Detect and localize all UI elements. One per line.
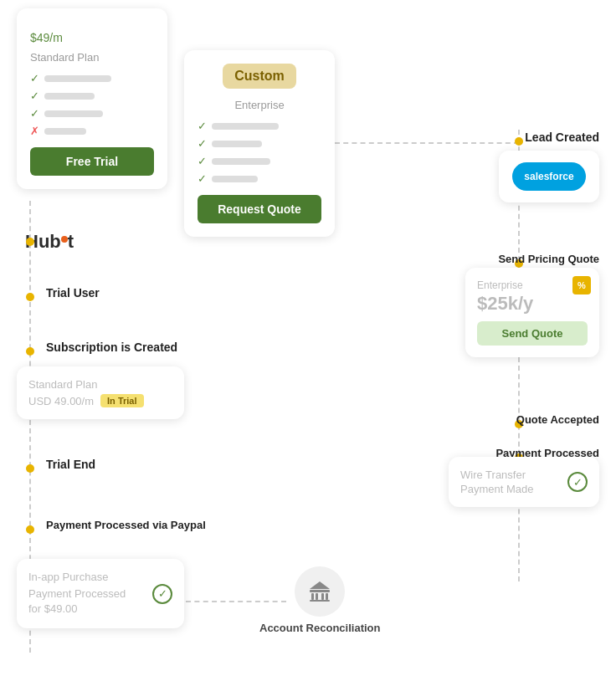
hubspot-dot-icon (61, 236, 68, 243)
cross-icon-1: ✗ (30, 125, 39, 137)
hubspot-text-2: t (68, 231, 74, 253)
wire-transfer-label: Wire Transfer (460, 469, 533, 481)
dot-lead-created (515, 137, 523, 146)
ent-check-3: ✓ (198, 155, 207, 167)
wire-labels: Wire Transfer Payment Made (460, 469, 533, 495)
dot-hubspot (26, 238, 34, 246)
feature-line-1 (44, 75, 111, 82)
dot-paypal (26, 525, 34, 534)
recon-label: Account Reconciliation (259, 622, 380, 634)
send-quote-button[interactable]: Send Quote (477, 321, 588, 346)
check-icon-2: ✓ (30, 90, 39, 102)
salesforce-card: salesforce (499, 151, 599, 202)
ent-feature-4: ✓ (198, 172, 321, 185)
feature-line-2 (44, 93, 95, 100)
dot-trial-end (26, 464, 34, 473)
svg-rect-3 (321, 593, 324, 600)
ent-feature-2: ✓ (198, 137, 321, 150)
inapp-check-icon: ✓ (152, 584, 172, 604)
ent-feature-line-2 (212, 141, 262, 147)
payment-processed-card: Wire Transfer Payment Made ✓ (449, 457, 599, 507)
payment-check-icon: ✓ (567, 472, 588, 492)
ent-feature-1: ✓ (198, 120, 321, 132)
svg-rect-1 (311, 593, 314, 600)
feature-1: ✓ (30, 72, 154, 84)
svg-rect-5 (310, 600, 330, 602)
lead-created-label: Lead Created (525, 131, 599, 144)
inapp-row: In-app Purchase Payment Processedfor $49… (28, 571, 172, 617)
ent-feature-line-4 (212, 176, 258, 182)
ent-check-1: ✓ (198, 120, 207, 132)
feature-4: ✗ (30, 125, 154, 137)
enterprise-plan-card: Custom Enterprise ✓ ✓ ✓ ✓ Request Quote (184, 50, 335, 237)
check-icon-1: ✓ (30, 72, 39, 84)
pricing-quote-card: % Enterprise $25k/y Send Quote (465, 268, 599, 357)
inapp-detail: Payment Processedfor $49.00 (28, 586, 126, 617)
dot-subscription (26, 347, 34, 356)
inapp-title: In-app Purchase (28, 571, 126, 583)
feature-line-3 (44, 110, 103, 117)
standard-features: ✓ ✓ ✓ ✗ (30, 72, 154, 137)
percent-badge: % (572, 276, 591, 294)
feature-3: ✓ (30, 107, 154, 120)
ent-check-2: ✓ (198, 137, 207, 150)
standard-plan-card: $49/m Standard Plan ✓ ✓ ✓ ✗ Free Trial (17, 8, 167, 189)
svg-rect-0 (310, 590, 330, 592)
custom-badge: Custom (223, 64, 296, 89)
feature-line-4 (44, 128, 86, 135)
quote-price: $25k/y (477, 293, 588, 315)
ent-feature-3: ✓ (198, 155, 321, 167)
enterprise-features: ✓ ✓ ✓ ✓ (198, 120, 321, 185)
svg-rect-4 (326, 593, 328, 600)
bank-icon (306, 578, 333, 605)
wire-row: Wire Transfer Payment Made ✓ (460, 469, 588, 495)
standard-plan-name: Standard Plan (30, 51, 154, 64)
standard-price: $49/m (30, 22, 154, 48)
request-quote-button[interactable]: Request Quote (198, 195, 321, 223)
feature-2: ✓ (30, 90, 154, 102)
svg-rect-2 (316, 593, 318, 600)
trial-end-label: Trial End (46, 458, 95, 471)
inapp-card: In-app Purchase Payment Processedfor $49… (17, 559, 184, 628)
inapp-content: In-app Purchase Payment Processedfor $49… (28, 571, 126, 617)
main-container: $49/m Standard Plan ✓ ✓ ✓ ✗ Free Trial C… (0, 0, 616, 676)
ent-feature-line-1 (212, 123, 279, 130)
payment-made-label: Payment Made (460, 483, 533, 495)
dot-trial-user (26, 293, 34, 301)
paypal-label: Payment Processed via Paypal (46, 519, 206, 531)
sub-price-row: USD 49.00/m In Trial (28, 394, 172, 407)
sub-plan: Standard Plan (28, 378, 172, 391)
check-icon-3: ✓ (30, 107, 39, 120)
free-trial-button[interactable]: Free Trial (30, 147, 154, 176)
subscription-label: Subscription is Created (46, 341, 177, 354)
trial-badge: In Trial (100, 394, 143, 407)
quote-accepted-label: Quote Accepted (516, 413, 599, 426)
recon-icon (295, 566, 345, 617)
send-pricing-quote-label: Send Pricing Quote (498, 253, 599, 265)
enterprise-plan-name: Enterprise (198, 99, 321, 111)
dashed-h-enterprise (335, 142, 519, 144)
subscription-card: Standard Plan USD 49.00/m In Trial (17, 366, 184, 419)
salesforce-logo: salesforce (512, 162, 585, 191)
ent-check-4: ✓ (198, 172, 207, 185)
sub-price: USD 49.00/m (28, 395, 94, 407)
salesforce-label: salesforce (524, 171, 573, 182)
trial-user-label: Trial User (46, 286, 100, 300)
ent-feature-line-3 (212, 158, 270, 165)
account-reconciliation: Account Reconciliation (259, 566, 380, 634)
quote-enterprise-label: Enterprise (477, 279, 588, 291)
svg-marker-6 (310, 581, 330, 589)
